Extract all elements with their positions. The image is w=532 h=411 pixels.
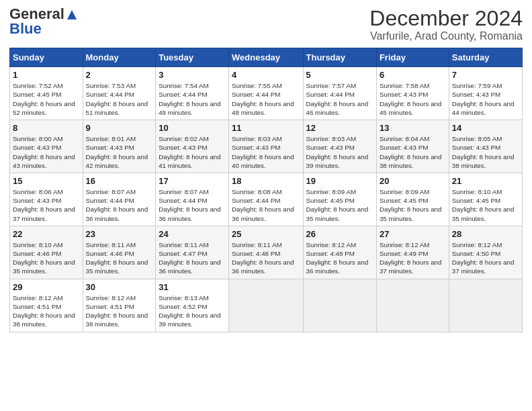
- table-row: 31 Sunrise: 8:13 AMSunset: 4:52 PMDaylig…: [156, 279, 229, 332]
- day-info: Sunrise: 8:10 AMSunset: 4:45 PMDaylight:…: [452, 188, 515, 222]
- table-row: [376, 279, 449, 332]
- table-row: 26 Sunrise: 8:12 AMSunset: 4:48 PMDaylig…: [303, 226, 376, 279]
- day-number: 31: [159, 282, 226, 292]
- table-row: 28 Sunrise: 8:12 AMSunset: 4:50 PMDaylig…: [449, 226, 522, 279]
- table-row: 20 Sunrise: 8:09 AMSunset: 4:45 PMDaylig…: [376, 173, 449, 226]
- col-sunday: Sunday: [10, 48, 83, 67]
- day-number: 4: [232, 70, 300, 80]
- col-tuesday: Tuesday: [156, 48, 229, 67]
- table-row: 17 Sunrise: 8:07 AMSunset: 4:44 PMDaylig…: [156, 173, 229, 226]
- day-number: 1: [13, 70, 80, 80]
- logo: General Blue: [9, 7, 78, 36]
- day-info: Sunrise: 8:00 AMSunset: 4:43 PMDaylight:…: [13, 135, 75, 169]
- day-number: 27: [380, 229, 446, 239]
- day-info: Sunrise: 8:04 AMSunset: 4:43 PMDaylight:…: [380, 135, 442, 169]
- table-row: 23 Sunrise: 8:11 AMSunset: 4:46 PMDaylig…: [83, 226, 156, 279]
- table-row: 7 Sunrise: 7:59 AMSunset: 4:43 PMDayligh…: [449, 67, 522, 120]
- table-row: 27 Sunrise: 8:12 AMSunset: 4:49 PMDaylig…: [376, 226, 449, 279]
- page-title: December 2024: [369, 7, 523, 30]
- table-row: 2 Sunrise: 7:53 AMSunset: 4:44 PMDayligh…: [83, 67, 156, 120]
- day-number: 10: [159, 123, 226, 133]
- day-info: Sunrise: 8:11 AMSunset: 4:47 PMDaylight:…: [159, 241, 221, 275]
- day-number: 22: [13, 229, 80, 239]
- day-number: 23: [86, 229, 153, 239]
- day-info: Sunrise: 8:10 AMSunset: 4:46 PMDaylight:…: [13, 241, 75, 275]
- table-row: 6 Sunrise: 7:58 AMSunset: 4:43 PMDayligh…: [376, 67, 449, 120]
- logo-blue: Blue: [9, 21, 42, 36]
- day-number: 12: [306, 123, 373, 133]
- table-row: 9 Sunrise: 8:01 AMSunset: 4:43 PMDayligh…: [83, 120, 156, 173]
- day-info: Sunrise: 8:01 AMSunset: 4:43 PMDaylight:…: [86, 135, 148, 169]
- table-row: 14 Sunrise: 8:05 AMSunset: 4:43 PMDaylig…: [449, 120, 522, 173]
- day-info: Sunrise: 7:54 AMSunset: 4:44 PMDaylight:…: [159, 82, 221, 116]
- day-number: 21: [452, 176, 519, 186]
- page-container: General Blue December 2024 Varfurile, Ar…: [0, 0, 532, 339]
- table-row: [449, 279, 522, 332]
- calendar-row-5: 29 Sunrise: 8:12 AMSunset: 4:51 PMDaylig…: [10, 279, 523, 332]
- table-row: 13 Sunrise: 8:04 AMSunset: 4:43 PMDaylig…: [376, 120, 449, 173]
- day-number: 20: [380, 176, 446, 186]
- day-number: 29: [13, 282, 80, 292]
- col-friday: Friday: [376, 48, 449, 67]
- title-block: December 2024 Varfurile, Arad County, Ro…: [369, 7, 523, 42]
- day-info: Sunrise: 7:52 AMSunset: 4:45 PMDaylight:…: [13, 82, 75, 116]
- day-info: Sunrise: 8:09 AMSunset: 4:45 PMDaylight:…: [380, 188, 442, 222]
- table-row: 10 Sunrise: 8:02 AMSunset: 4:43 PMDaylig…: [156, 120, 229, 173]
- day-info: Sunrise: 7:58 AMSunset: 4:43 PMDaylight:…: [380, 82, 442, 116]
- calendar-row-2: 8 Sunrise: 8:00 AMSunset: 4:43 PMDayligh…: [10, 120, 523, 173]
- day-info: Sunrise: 7:59 AMSunset: 4:43 PMDaylight:…: [452, 82, 515, 116]
- day-number: 24: [159, 229, 226, 239]
- day-info: Sunrise: 8:12 AMSunset: 4:48 PMDaylight:…: [306, 241, 369, 275]
- day-info: Sunrise: 7:53 AMSunset: 4:44 PMDaylight:…: [86, 82, 148, 116]
- logo-general: General: [9, 7, 64, 21]
- day-info: Sunrise: 7:57 AMSunset: 4:44 PMDaylight:…: [306, 82, 369, 116]
- calendar-header-row: Sunday Monday Tuesday Wednesday Thursday…: [10, 48, 523, 67]
- calendar-row-1: 1 Sunrise: 7:52 AMSunset: 4:45 PMDayligh…: [10, 67, 523, 120]
- day-info: Sunrise: 8:13 AMSunset: 4:52 PMDaylight:…: [159, 294, 221, 328]
- page-header: General Blue December 2024 Varfurile, Ar…: [9, 7, 523, 42]
- table-row: 8 Sunrise: 8:00 AMSunset: 4:43 PMDayligh…: [10, 120, 83, 173]
- day-info: Sunrise: 8:07 AMSunset: 4:44 PMDaylight:…: [159, 188, 221, 222]
- day-info: Sunrise: 8:05 AMSunset: 4:43 PMDaylight:…: [452, 135, 515, 169]
- day-info: Sunrise: 7:55 AMSunset: 4:44 PMDaylight:…: [232, 82, 294, 116]
- day-number: 6: [380, 70, 446, 80]
- table-row: 5 Sunrise: 7:57 AMSunset: 4:44 PMDayligh…: [303, 67, 376, 120]
- day-number: 25: [232, 229, 300, 239]
- page-subtitle: Varfurile, Arad County, Romania: [369, 30, 523, 42]
- day-info: Sunrise: 8:11 AMSunset: 4:48 PMDaylight:…: [232, 241, 294, 275]
- day-number: 2: [86, 70, 153, 80]
- day-number: 26: [306, 229, 373, 239]
- day-info: Sunrise: 8:03 AMSunset: 4:43 PMDaylight:…: [306, 135, 369, 169]
- table-row: 18 Sunrise: 8:08 AMSunset: 4:44 PMDaylig…: [229, 173, 303, 226]
- day-number: 19: [306, 176, 373, 186]
- day-number: 15: [13, 176, 80, 186]
- table-row: 11 Sunrise: 8:03 AMSunset: 4:43 PMDaylig…: [229, 120, 303, 173]
- table-row: 24 Sunrise: 8:11 AMSunset: 4:47 PMDaylig…: [156, 226, 229, 279]
- col-wednesday: Wednesday: [229, 48, 303, 67]
- table-row: [303, 279, 376, 332]
- table-row: 30 Sunrise: 8:12 AMSunset: 4:51 PMDaylig…: [83, 279, 156, 332]
- table-row: 3 Sunrise: 7:54 AMSunset: 4:44 PMDayligh…: [156, 67, 229, 120]
- day-number: 5: [306, 70, 373, 80]
- calendar-row-3: 15 Sunrise: 8:06 AMSunset: 4:43 PMDaylig…: [10, 173, 523, 226]
- day-number: 9: [86, 123, 153, 133]
- day-info: Sunrise: 8:03 AMSunset: 4:43 PMDaylight:…: [232, 135, 294, 169]
- table-row: [229, 279, 303, 332]
- day-info: Sunrise: 8:07 AMSunset: 4:44 PMDaylight:…: [86, 188, 148, 222]
- col-monday: Monday: [83, 48, 156, 67]
- day-number: 28: [452, 229, 519, 239]
- table-row: 25 Sunrise: 8:11 AMSunset: 4:48 PMDaylig…: [229, 226, 303, 279]
- day-info: Sunrise: 8:02 AMSunset: 4:43 PMDaylight:…: [159, 135, 221, 169]
- day-number: 8: [13, 123, 80, 133]
- day-number: 7: [452, 70, 519, 80]
- calendar-table: Sunday Monday Tuesday Wednesday Thursday…: [9, 48, 523, 332]
- table-row: 22 Sunrise: 8:10 AMSunset: 4:46 PMDaylig…: [10, 226, 83, 279]
- table-row: 1 Sunrise: 7:52 AMSunset: 4:45 PMDayligh…: [10, 67, 83, 120]
- day-number: 3: [159, 70, 226, 80]
- col-saturday: Saturday: [449, 48, 522, 67]
- day-number: 13: [380, 123, 446, 133]
- table-row: 19 Sunrise: 8:09 AMSunset: 4:45 PMDaylig…: [303, 173, 376, 226]
- day-info: Sunrise: 8:12 AMSunset: 4:51 PMDaylight:…: [86, 294, 148, 328]
- day-number: 18: [232, 176, 300, 186]
- day-info: Sunrise: 8:09 AMSunset: 4:45 PMDaylight:…: [306, 188, 369, 222]
